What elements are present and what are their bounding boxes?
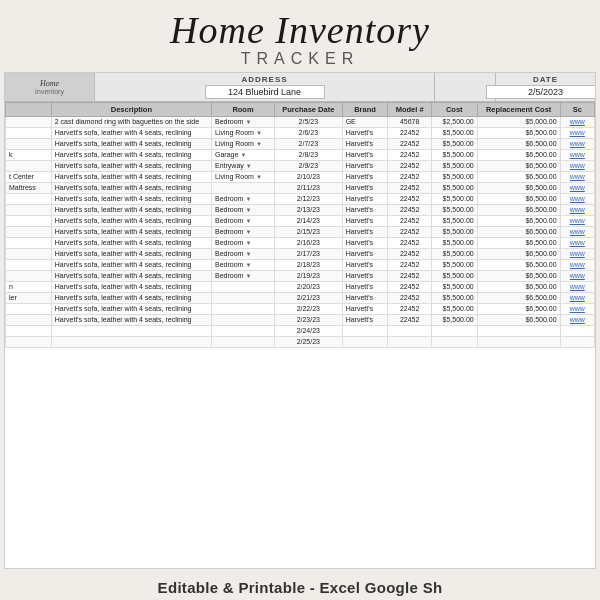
cell-5-3: 2/10/23 — [274, 171, 342, 182]
cell-11-5: 22452 — [388, 237, 431, 248]
cell-13-4: Harvett's — [342, 259, 388, 270]
dropdown-arrow-icon[interactable]: ▼ — [256, 130, 262, 136]
cell-15-5: 22452 — [388, 281, 431, 292]
cell-2-3: 2/7/23 — [274, 138, 342, 149]
cell-15-6: $5,500.00 — [431, 281, 477, 292]
cell-15-7: $6,500.00 — [477, 281, 560, 292]
cell-2-6: $5,500.00 — [431, 138, 477, 149]
table-header-row: Description Room Purchase Date Brand Mod… — [6, 102, 595, 116]
cell-16-0: ler — [6, 292, 52, 303]
dropdown-arrow-icon[interactable]: ▼ — [245, 229, 251, 235]
cell-4-3: 2/9/23 — [274, 160, 342, 171]
room-value: Living Room — [215, 140, 254, 147]
dropdown-arrow-icon[interactable]: ▼ — [256, 141, 262, 147]
cell-17-5: 22452 — [388, 303, 431, 314]
cell-15-8: www — [560, 281, 594, 292]
dropdown-arrow-icon[interactable]: ▼ — [245, 240, 251, 246]
dropdown-arrow-icon[interactable]: ▼ — [246, 163, 252, 169]
cell-20-3: 2/25/23 — [274, 336, 342, 347]
table-row: Harvett's sofa, leather with 4 seats, re… — [6, 314, 595, 325]
cell-6-5: 22452 — [388, 182, 431, 193]
dropdown-arrow-icon[interactable]: ▼ — [240, 152, 246, 158]
cell-0-3: 2/5/23 — [274, 116, 342, 127]
col-replacement-cost: Replacement Cost — [477, 102, 560, 116]
cell-15-1: Harvett's sofa, leather with 4 seats, re… — [51, 281, 211, 292]
spreadsheet-container: Home Inventory ADDRESS 124 Bluebird Lane… — [4, 72, 596, 569]
cell-8-0 — [6, 204, 52, 215]
cell-18-1: Harvett's sofa, leather with 4 seats, re… — [51, 314, 211, 325]
cell-1-2: Living Room▼ — [212, 127, 275, 138]
cell-14-8: www — [560, 270, 594, 281]
cell-19-3: 2/24/23 — [274, 325, 342, 336]
cell-9-5: 22452 — [388, 215, 431, 226]
cell-1-0 — [6, 127, 52, 138]
dropdown-arrow-icon[interactable]: ▼ — [245, 251, 251, 257]
dropdown-arrow-icon[interactable]: ▼ — [245, 273, 251, 279]
cell-19-8 — [560, 325, 594, 336]
cell-19-4 — [342, 325, 388, 336]
dropdown-arrow-icon[interactable]: ▼ — [245, 262, 251, 268]
cell-12-4: Harvett's — [342, 248, 388, 259]
cell-0-5: 45678 — [388, 116, 431, 127]
room-value: Living Room — [215, 129, 254, 136]
cell-2-0 — [6, 138, 52, 149]
cell-13-0 — [6, 259, 52, 270]
date-block: DATE 2/5/2023 — [495, 73, 595, 101]
cell-5-2: Living Room▼ — [212, 171, 275, 182]
cell-16-3: 2/21/23 — [274, 292, 342, 303]
table-row: Harvett's sofa, leather with 4 seats, re… — [6, 237, 595, 248]
table-row: lerHarvett's sofa, leather with 4 seats,… — [6, 292, 595, 303]
cell-9-2: Bedroom▼ — [212, 215, 275, 226]
cell-13-8: www — [560, 259, 594, 270]
cell-8-5: 22452 — [388, 204, 431, 215]
cell-3-3: 2/8/23 — [274, 149, 342, 160]
cell-17-3: 2/22/23 — [274, 303, 342, 314]
cell-5-4: Harvett's — [342, 171, 388, 182]
cell-3-0: k — [6, 149, 52, 160]
cell-16-7: $6,500.00 — [477, 292, 560, 303]
cell-3-4: Harvett's — [342, 149, 388, 160]
table-row: Harvett's sofa, leather with 4 seats, re… — [6, 160, 595, 171]
cell-20-4 — [342, 336, 388, 347]
table-row: Harvett's sofa, leather with 4 seats, re… — [6, 248, 595, 259]
cell-8-6: $5,500.00 — [431, 204, 477, 215]
dropdown-arrow-icon[interactable]: ▼ — [245, 207, 251, 213]
cell-0-4: GE — [342, 116, 388, 127]
cell-14-5: 22452 — [388, 270, 431, 281]
date-value: 2/5/2023 — [486, 85, 597, 99]
cell-5-6: $5,500.00 — [431, 171, 477, 182]
cell-19-2 — [212, 325, 275, 336]
cell-15-3: 2/20/23 — [274, 281, 342, 292]
cell-10-2: Bedroom▼ — [212, 226, 275, 237]
dropdown-arrow-icon[interactable]: ▼ — [256, 174, 262, 180]
table-row: 2/25/23 — [6, 336, 595, 347]
cell-10-0 — [6, 226, 52, 237]
cell-18-4: Harvett's — [342, 314, 388, 325]
page-wrapper: Home Inventory Tracker Home Inventory AD… — [0, 0, 600, 600]
cell-17-7: $6,500.00 — [477, 303, 560, 314]
col-room: Room — [212, 102, 275, 116]
room-value: Bedroom — [215, 217, 243, 224]
cell-1-4: Harvett's — [342, 127, 388, 138]
table-row: 2/24/23 — [6, 325, 595, 336]
cell-17-6: $5,500.00 — [431, 303, 477, 314]
cell-17-8: www — [560, 303, 594, 314]
cell-4-7: $6,500.00 — [477, 160, 560, 171]
cell-12-1: Harvett's sofa, leather with 4 seats, re… — [51, 248, 211, 259]
cell-2-7: $6,500.00 — [477, 138, 560, 149]
cell-16-6: $5,500.00 — [431, 292, 477, 303]
cell-5-5: 22452 — [388, 171, 431, 182]
room-value: Bedroom — [215, 239, 243, 246]
dropdown-arrow-icon[interactable]: ▼ — [245, 196, 251, 202]
cell-14-2: Bedroom▼ — [212, 270, 275, 281]
cell-1-7: $6,500.00 — [477, 127, 560, 138]
cell-11-0 — [6, 237, 52, 248]
logo-line1: Home — [40, 79, 59, 88]
cell-3-8: www — [560, 149, 594, 160]
table-row: Harvett's sofa, leather with 4 seats, re… — [6, 193, 595, 204]
dropdown-arrow-icon[interactable]: ▼ — [245, 119, 251, 125]
cell-20-7 — [477, 336, 560, 347]
cell-19-0 — [6, 325, 52, 336]
dropdown-arrow-icon[interactable]: ▼ — [245, 218, 251, 224]
cell-4-4: Harvett's — [342, 160, 388, 171]
